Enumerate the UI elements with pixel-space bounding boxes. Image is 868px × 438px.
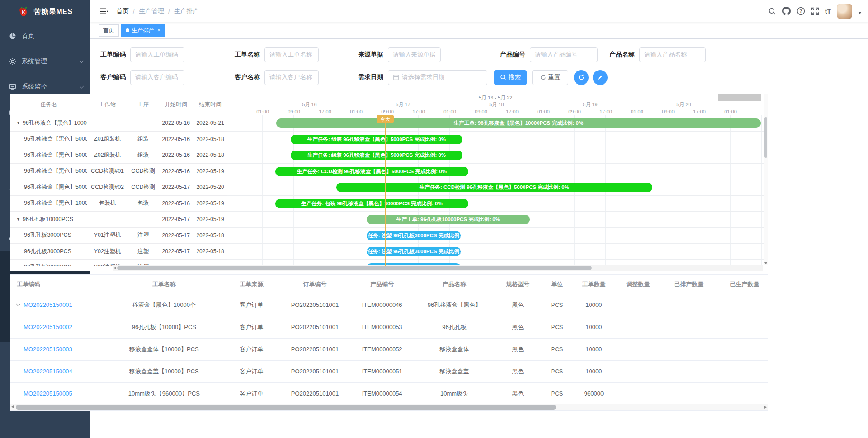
gantt-bar-work_order[interactable]: 生产工单: 96孔孔板10000PCS 完成比例: 0% <box>367 215 530 224</box>
help-icon[interactable]: ? <box>797 7 805 15</box>
table-row[interactable]: MO20220515000296孔孔板【10000】PCS客户订单PO20220… <box>10 316 768 338</box>
task-name-text: 96孔移液盒【黑色】5000PCS <box>24 151 87 159</box>
sidebar-item-首页[interactable]: 首页 <box>0 24 90 49</box>
sidebar-item-系统管理[interactable]: 系统管理 <box>0 49 90 74</box>
table-row[interactable]: MO202205150003移液盒盒体【10000】PCS客户订单PO20220… <box>10 338 768 360</box>
filter-label: 产品名称 <box>609 51 635 59</box>
gantt-bar-work_order[interactable]: 生产工单: 96孔移液盒【黑色】10000PCS 完成比例: 0% <box>276 118 761 128</box>
cell-工单名称: 移液盒【黑色】10000个 <box>106 294 222 316</box>
gantt-end-time: 2022-05-18 <box>193 232 227 239</box>
cell-工单来源: 客户订单 <box>222 294 281 316</box>
work-order-link[interactable]: MO202205150004 <box>24 368 72 375</box>
table-row[interactable]: MO202205150001移液盒【黑色】10000个客户订单PO2022051… <box>10 294 768 316</box>
search-button[interactable]: 搜索 <box>494 70 527 85</box>
scrollbar-thumb[interactable] <box>16 405 556 410</box>
cell-已排产数量 <box>661 338 717 360</box>
gantt-time-label: 17:00 <box>319 108 331 115</box>
gantt-panel: 任务名工作站工序开始时间结束时间 5月 16 - 5月 22 5月 165月 1… <box>10 94 768 271</box>
gantt-bar-task[interactable]: 生产任务: 组装 96孔移液盒【黑色】5000PCS 完成比例: 0% <box>291 135 462 144</box>
scroll-arrow-down-icon[interactable] <box>764 262 767 264</box>
text-input-工单编码[interactable]: 请输入工单编码 <box>130 47 184 62</box>
cell-工单编码: MO202205150003 <box>10 338 106 360</box>
gantt-bar-task[interactable]: 生产任务: 组装 96孔移液盒【黑色】5000PCS 完成比例: 0% <box>291 151 462 160</box>
breadcrumb: 首页 / 生产管理 / 生产排产 <box>116 7 199 15</box>
table-header-规格型号: 规格型号 <box>494 275 542 294</box>
cell-工单数量: 10000 <box>572 294 615 316</box>
gantt-task-row: 96孔移液盒【黑色】10000PCS包装机包装2022-05-162022-05… <box>10 196 227 212</box>
date-input-需求日期[interactable]: 请选择需求日期 <box>388 70 487 85</box>
scrollbar-thumb[interactable] <box>764 117 767 158</box>
cell-订单编号: PO202205101001 <box>281 360 349 382</box>
breadcrumb-production[interactable]: 生产管理 <box>139 7 164 15</box>
gantt-bar-task[interactable]: 生产任务: 包装 96孔移液盒【黑色】10000PCS 完成比例: 0% <box>275 199 468 208</box>
gantt-bar-task[interactable]: 生产任务: CCD检测 96孔移液盒【黑色】5000PCS 完成比例: 0% <box>336 183 652 192</box>
gantt-header-scroll-thumb[interactable] <box>718 94 761 101</box>
gantt-day-label: 5月 20 <box>676 101 691 108</box>
chevron-down-icon[interactable] <box>16 302 21 306</box>
cell-工单编码: MO202205150005 <box>10 382 106 405</box>
today-line <box>385 115 386 266</box>
cell-调整数量 <box>615 382 661 405</box>
gantt-time-label: 17:00 <box>506 108 519 115</box>
work-order-link[interactable]: MO202205150002 <box>24 324 72 330</box>
reset-button[interactable]: 重置 <box>532 70 568 85</box>
gantt-day-label: 5月 17 <box>396 101 410 108</box>
text-input-产品名称[interactable]: 请输入产品名称 <box>639 47 706 62</box>
cell-已生产数量 <box>717 316 768 338</box>
table-row[interactable]: MO20220515000510mm吸头【960000】PCS客户订单PO202… <box>10 382 768 405</box>
avatar[interactable] <box>837 4 852 19</box>
tab-production-schedule[interactable]: 生产排产 × <box>121 24 165 37</box>
search-icon[interactable] <box>768 7 776 15</box>
table-header-产品编号: 产品编号 <box>349 275 415 294</box>
table-header-工单来源: 工单来源 <box>222 275 281 294</box>
gantt-time-label: 17:00 <box>599 108 612 115</box>
cell-单位: PCS <box>542 360 572 382</box>
cell-已生产数量 <box>717 338 768 360</box>
cell-订单编号: PO202205101001 <box>281 382 349 405</box>
gantt-start-time: 2022-05-16 <box>158 136 193 142</box>
cell-产品编号: ITEM00000053 <box>349 316 415 338</box>
text-input-客户名称[interactable]: 请输入客户名称 <box>264 70 319 85</box>
font-size-icon[interactable]: tT <box>825 8 831 15</box>
hamburger-icon[interactable] <box>99 8 108 15</box>
filter-field-客户编码: 客户编码请输入客户编码 <box>100 70 184 85</box>
close-icon[interactable]: × <box>157 27 160 33</box>
scroll-arrow-left-icon[interactable] <box>113 267 116 269</box>
edit-round-button[interactable] <box>593 70 608 85</box>
text-input-工单名称[interactable]: 请输入工单名称 <box>264 47 319 62</box>
table-horizontal-scrollbar[interactable] <box>10 404 768 410</box>
caret-expanded-icon[interactable]: ▼ <box>16 121 20 125</box>
chevron-down-icon[interactable] <box>858 12 862 14</box>
cell-产品名称: 移液盒盒盖 <box>415 360 494 382</box>
cell-工单数量: 960000 <box>572 382 615 405</box>
breadcrumb-home[interactable]: 首页 <box>116 7 129 15</box>
svg-text:K: K <box>22 10 25 15</box>
github-icon[interactable] <box>782 7 791 15</box>
work-order-link[interactable]: MO202205150001 <box>24 301 72 308</box>
gantt-bar-selected[interactable]: 生产任务: 注塑 96孔孔板3000PCS 完成比例: 0% <box>367 247 461 256</box>
tab-home[interactable]: 首页 <box>99 24 119 37</box>
work-order-link[interactable]: MO202205150005 <box>24 390 72 397</box>
cell-产品名称: 96孔孔板 <box>415 316 494 338</box>
scroll-arrow-right-icon[interactable] <box>764 406 767 409</box>
text-input-产品编号[interactable]: 请输入产品编号 <box>530 47 598 62</box>
refresh-round-button[interactable] <box>574 70 589 85</box>
text-input-来源单据[interactable]: 请输入来源单据 <box>388 47 441 62</box>
gantt-vertical-scrollbar[interactable] <box>764 94 768 265</box>
gantt-timeline-row: 生产任务: 组装 96孔移液盒【黑色】5000PCS 完成比例: 0% <box>227 147 764 164</box>
scroll-arrow-left-icon[interactable] <box>11 405 14 408</box>
scrollbar-thumb[interactable] <box>117 266 592 270</box>
caret-expanded-icon[interactable]: ▼ <box>16 217 20 221</box>
gantt-bar-task[interactable]: 生产任务: CCD检测 96孔移液盒【黑色】5000PCS 完成比例: 0% <box>275 167 468 176</box>
navbar-actions: ? tT <box>768 4 862 19</box>
text-input-客户编码[interactable]: 请输入客户编码 <box>130 70 184 85</box>
fullscreen-icon[interactable] <box>811 7 819 15</box>
gantt-column-header-开始时间: 开始时间 <box>158 101 193 108</box>
table-row[interactable]: MO202205150004移液盒盒盖【10000】PCS客户订单PO20220… <box>10 360 768 382</box>
work-order-link[interactable]: MO202205150003 <box>24 346 72 353</box>
gantt-day-label: 5月 18 <box>489 101 504 108</box>
cell-调整数量 <box>615 360 661 382</box>
gantt-horizontal-scrollbar[interactable] <box>113 265 763 271</box>
cell-规格型号: 黑色 <box>494 316 542 338</box>
gantt-bar-selected[interactable]: 生产任务: 注塑 96孔孔板3000PCS 完成比例: 0% <box>367 231 461 240</box>
